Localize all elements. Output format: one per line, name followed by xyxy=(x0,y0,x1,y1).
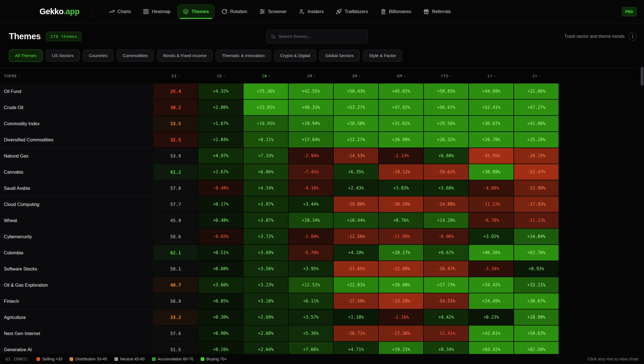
perf-value: +18.17% xyxy=(392,250,410,255)
table-row[interactable]: Cloud Computing57.7+0.17%+3.97%+3.44%-19… xyxy=(0,196,559,213)
filter-chip-us-sectors[interactable]: US Sectors xyxy=(46,50,80,62)
info-icon[interactable]: i xyxy=(628,32,637,41)
column-header-gi[interactable]: GI▾ xyxy=(153,74,198,78)
nav-item-referrals[interactable]: Referrals xyxy=(418,5,456,18)
gi-score: 58.1 xyxy=(170,266,181,272)
nav-item-rotation[interactable]: Rotation xyxy=(217,5,252,18)
table-row[interactable]: Fintech56.9+0.05%+3.18%+6.11%-17.59%-23.… xyxy=(0,293,559,309)
nav-item-label: Screener xyxy=(268,9,287,14)
perf-cell-3m: +22.81% xyxy=(334,277,379,293)
column-header-label: YTD xyxy=(441,74,449,78)
gi-score-cell: 40.7 xyxy=(153,277,198,293)
perf-value: +58.83% xyxy=(437,89,455,94)
column-header-1d[interactable]: 1D▾ xyxy=(198,74,244,78)
filter-chip-style-factor[interactable]: Style & Factor xyxy=(363,50,402,62)
gi-score-cell: 62.1 xyxy=(153,245,198,261)
perf-value: +53.27% xyxy=(347,105,365,110)
nav-item-heatmap[interactable]: Heatmap xyxy=(138,5,175,18)
gi-score: 25.4 xyxy=(170,89,181,94)
filter-chip-commodities[interactable]: Commodities xyxy=(117,50,154,62)
legend-swatch xyxy=(152,357,156,361)
table-row[interactable]: Commodity Index33.5+1.67%+10.95%+19.94%+… xyxy=(0,116,559,132)
theme-name-cell: Fintech xyxy=(0,293,153,309)
app-logo[interactable]: Gekko.app xyxy=(40,7,80,16)
perf-cell-1y: +42.61% xyxy=(469,326,514,342)
filter-chip-bonds-fixed-income[interactable]: Bonds & Fixed Income xyxy=(157,50,213,62)
perf-value: +4.14% xyxy=(258,186,274,191)
perf-value: +1.67% xyxy=(213,121,228,126)
column-header-6m[interactable]: 6M▾ xyxy=(379,74,424,78)
perf-value: -19.62% xyxy=(437,169,455,174)
perf-value: -16.71% xyxy=(347,331,365,336)
theme-name-cell: Diversified Commodities xyxy=(0,132,153,148)
gi-score-cell: 57.7 xyxy=(153,196,198,213)
column-header-2y[interactable]: 2Y▾ xyxy=(514,74,559,78)
gi-score-cell: 58.1 xyxy=(153,261,198,277)
perf-cell-2y: +0.93% xyxy=(514,261,559,277)
filter-chip-thematic-innovation[interactable]: Thematic & Innovation xyxy=(216,50,271,62)
filter-chip-all-themes[interactable]: All Themes xyxy=(9,50,43,62)
filter-chip-countries[interactable]: Countries xyxy=(83,50,114,62)
search-icon xyxy=(271,34,276,39)
column-header-label: THEME xyxy=(4,74,17,78)
table-row[interactable]: Natural Gas53.9+4.97%+7.33%-2.94%-14.53%… xyxy=(0,148,559,164)
filter-chip-global-sectors[interactable]: Global Sectors xyxy=(319,50,360,62)
table-row[interactable]: Cybersecurity58.6-0.03%+3.72%-2.04%-12.5… xyxy=(0,229,559,245)
theme-name: Natural Gas xyxy=(4,153,28,159)
search-input[interactable] xyxy=(279,34,363,39)
table-row[interactable]: Next Gen Internet57.6+0.90%+2.68%+5.36%-… xyxy=(0,326,559,342)
table-row[interactable]: Software Stocks58.1+0.08%+3.56%+3.95%-21… xyxy=(0,261,559,277)
table-row[interactable]: Wheat45.9+0.48%+3.87%+10.34%+10.44%+8.76… xyxy=(0,213,559,229)
perf-cell-1y: -6.78% xyxy=(469,213,514,229)
perf-cell-1y: +24.49% xyxy=(469,293,514,309)
perf-value: +26.70% xyxy=(482,137,500,142)
table-row[interactable]: Oil Fund25.4+4.32%+25.36%+42.55%+50.43%+… xyxy=(0,83,559,100)
table-row[interactable]: Saudi Arabia57.8-0.48%+4.14%-4.16%+2.43%… xyxy=(0,180,559,196)
gi-score-cell: 32.5 xyxy=(153,132,198,148)
nav-item-billionaires[interactable]: Billionaires xyxy=(375,5,416,18)
table-row[interactable]: Agriculture33.2+0.30%+2.69%+3.57%+1.10%-… xyxy=(0,309,559,326)
table-row[interactable]: Diversified Commodities32.5+2.04%+9.21%+… xyxy=(0,132,559,148)
theme-name-cell: Oil Fund xyxy=(0,83,153,100)
column-header-theme[interactable]: THEME▾ xyxy=(0,74,153,78)
perf-cell-1m: +40.33% xyxy=(289,100,334,116)
perf-value: +2.69% xyxy=(258,315,274,320)
perf-cell-1w: +4.14% xyxy=(244,180,289,196)
perf-cell-ytd: +3.60% xyxy=(424,180,469,196)
nav-item-charts[interactable]: Charts xyxy=(104,5,136,18)
search-box[interactable] xyxy=(266,29,368,43)
perf-cell-2y: -11.13% xyxy=(514,213,559,229)
perf-cell-1w: +3.69% xyxy=(244,245,289,261)
sort-arrow-icon: ▾ xyxy=(178,75,180,78)
legend-swatch xyxy=(201,357,204,361)
column-header-3m[interactable]: 3M▾ xyxy=(334,74,379,78)
perf-cell-1m: +3.57% xyxy=(289,309,334,326)
table-row[interactable]: Colombia62.1+0.51%+3.69%-5.70%+4.10%+18.… xyxy=(0,245,559,261)
perf-value: +6.35% xyxy=(348,169,364,174)
nav-item-insiders[interactable]: Insiders xyxy=(294,5,329,18)
nav-item-themes[interactable]: Themes xyxy=(178,4,214,19)
column-header-1w[interactable]: 1W▾ xyxy=(244,74,289,78)
table-row[interactable]: Oil & Gas Exploration40.7+3.60%+3.23%+12… xyxy=(0,277,559,293)
vertical-scrollbar-thumb[interactable] xyxy=(641,67,643,86)
column-header-label: 1W xyxy=(262,74,267,78)
perf-cell-1m: -7.45% xyxy=(289,164,334,180)
perf-cell-6m: +26.89% xyxy=(379,132,424,148)
perf-cell-6m: -17.36% xyxy=(379,326,424,342)
theme-name-cell: Cybersecurity xyxy=(0,229,153,245)
table-row[interactable]: Cannabis61.2+2.67%+6.06%-7.45%+6.35%-19.… xyxy=(0,164,559,180)
table-row[interactable]: Crude Oil30.2+2.06%+23.91%+40.33%+53.27%… xyxy=(0,100,559,116)
column-header-1m[interactable]: 1M▾ xyxy=(289,74,334,78)
column-header-ytd[interactable]: YTD▾ xyxy=(424,74,469,78)
theme-name-cell: Crude Oil xyxy=(0,100,153,116)
theme-name: Fintech xyxy=(4,299,19,304)
pro-badge[interactable]: PRO xyxy=(622,7,637,16)
theme-name-cell: Colombia xyxy=(0,245,153,261)
perf-value: +29.56% xyxy=(437,121,455,126)
column-header-1y[interactable]: 1Y▾ xyxy=(469,74,514,78)
nav-item-trailblazers[interactable]: Trailblazers xyxy=(331,5,373,18)
filter-chip-crypto-digital[interactable]: Crypto & Digital xyxy=(274,50,316,62)
nav-item-screener[interactable]: Screener xyxy=(254,5,292,18)
perf-value: +26.32% xyxy=(437,137,455,142)
gi-score: 57.8 xyxy=(170,186,181,191)
